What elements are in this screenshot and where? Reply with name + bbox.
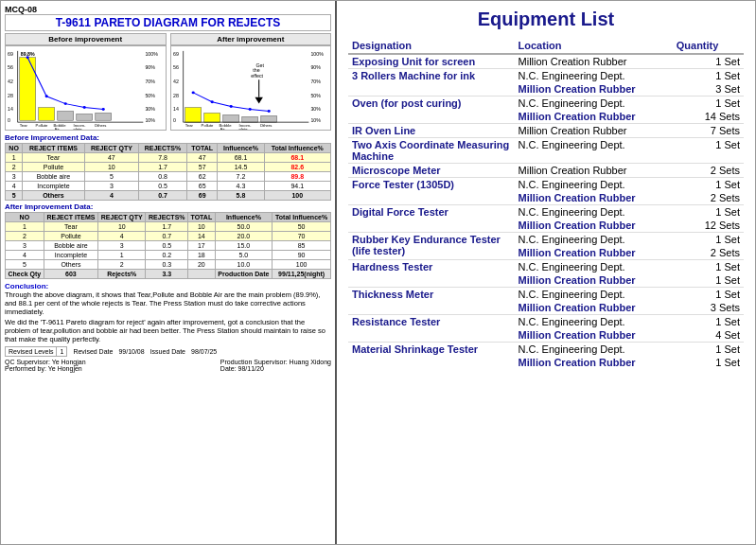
equipment-location: Million Creation Rubber — [515, 82, 673, 97]
equipment-designation: Microscope Meter — [348, 164, 515, 178]
after-table-cell: 70 — [273, 232, 331, 241]
after-table-cell: Others — [44, 260, 97, 270]
equipment-row: Digital Force TesterN.C. Engineering Dep… — [348, 205, 744, 220]
svg-text:plete: plete — [74, 127, 83, 130]
svg-text:10%: 10% — [145, 117, 155, 123]
supervisor-row: QC Supervisor: Ye Hongjan Performed by: … — [5, 359, 331, 372]
equipment-location: Million Creation Rubber — [515, 328, 673, 343]
svg-point-19 — [64, 102, 67, 105]
equipment-designation: Rubber Key Endurance Tester(life tester) — [348, 233, 515, 260]
equipment-designation: Material Shrinkage Tester — [348, 343, 515, 370]
equipment-row: Force Tester (1305D)N.C. Engineering Dep… — [348, 178, 744, 192]
col-rejects-pct: REJECTS% — [139, 144, 187, 153]
col-influence: Influence% — [215, 213, 273, 222]
revised-levels-value: 1 — [57, 347, 67, 357]
equipment-location: N.C. Engineering Dept. — [515, 205, 673, 220]
col-reject-items: REJECT ITEMS — [44, 213, 97, 222]
equipment-location: N.C. Engineering Dept. — [515, 288, 673, 302]
svg-text:Others: Others — [259, 123, 272, 128]
revised-levels-label: Revised Levels — [6, 347, 57, 357]
svg-text:Pollute: Pollute — [36, 123, 49, 128]
svg-point-18 — [45, 95, 48, 97]
before-table-cell: 14.5 — [218, 163, 264, 172]
after-table-cell: 0.2 — [146, 251, 188, 260]
equipment-designation: Exposing Unit for screen — [348, 54, 515, 69]
svg-text:10%: 10% — [310, 117, 321, 123]
equipment-location: N.C. Engineering Dept. — [515, 138, 673, 164]
col-influence: Influence% — [218, 144, 264, 153]
equipment-location: Million Creation Rubber — [515, 246, 673, 260]
equipment-row: Two Axis Coordinate Measuring MachineN.C… — [348, 138, 744, 164]
equipment-quantity: 3 Set — [673, 82, 744, 97]
after-check-cell — [188, 270, 215, 279]
before-table-cell: Tear — [23, 153, 85, 163]
svg-text:0: 0 — [173, 117, 176, 123]
svg-text:69: 69 — [8, 51, 13, 57]
after-data-title: After Improvement Data: — [5, 202, 331, 211]
before-table-cell: 82.6 — [264, 163, 330, 172]
equipment-quantity: 14 Sets — [673, 110, 744, 124]
conclusion-text-2: We did the 'T-9611 Pareto diagram for re… — [5, 318, 331, 343]
svg-text:Air: Air — [55, 127, 61, 130]
svg-text:plete: plete — [238, 127, 248, 130]
before-chart-label: Before improvement — [5, 33, 167, 45]
equipment-row: Rubber Key Endurance Tester(life tester)… — [348, 233, 744, 247]
after-table-cell: 85 — [273, 241, 331, 251]
equipment-quantity: 1 Set — [673, 69, 744, 83]
conclusion-title: Conclusion: — [5, 282, 331, 290]
col-total-influence: Total Influence% — [264, 144, 330, 153]
before-chart-section: Before improvement 69 56 42 28 14 0 100%… — [5, 33, 167, 131]
svg-rect-14 — [58, 111, 74, 120]
equipment-quantity: 2 Sets — [673, 191, 744, 205]
before-table-cell: 3 — [6, 172, 23, 182]
svg-text:70%: 70% — [145, 79, 155, 84]
equipment-quantity: 1 Set — [673, 260, 744, 274]
col-total: TOTAL — [188, 213, 215, 222]
equipment-location: N.C. Engineering Dept. — [515, 233, 673, 247]
col-no: NO — [6, 144, 23, 153]
after-table-cell: 5 — [6, 260, 44, 270]
before-data-table: NO REJECT ITEMS REJECT QTY REJECTS% TOTA… — [5, 143, 331, 201]
equipment-designation: Two Axis Coordinate Measuring Machine — [348, 138, 515, 164]
col-reject-qty: REJECT QTY — [98, 213, 146, 222]
equipment-quantity: 1 Set — [673, 97, 744, 111]
before-table-cell: Bobble aire — [23, 172, 85, 182]
col-total-influence: Total Influence% — [273, 213, 331, 222]
before-table-cell: 3 — [84, 182, 138, 191]
before-table-cell: 5.8 — [218, 191, 264, 201]
svg-text:28: 28 — [8, 93, 13, 98]
before-data-section: Before Improvement Data: NO REJECT ITEMS… — [5, 133, 331, 201]
equipment-quantity: 1 Set — [673, 343, 744, 357]
equipment-quantity: 2 Sets — [673, 246, 744, 260]
svg-rect-51 — [222, 114, 238, 122]
after-table-cell: 90 — [273, 251, 331, 260]
before-table-cell: 68.1 — [218, 153, 264, 163]
after-check-cell: Check Qty — [6, 270, 44, 279]
equipment-location: Million Creation Rubber — [515, 124, 673, 138]
issued-date-label: Issued Date — [150, 348, 185, 355]
mcq-label: MCQ-08 — [5, 5, 37, 14]
revision-table: Revised Levels 1 — [5, 346, 67, 357]
svg-text:Air: Air — [220, 127, 225, 130]
after-chart-label: After improvement — [170, 33, 332, 45]
svg-rect-49 — [185, 108, 201, 123]
svg-text:70%: 70% — [310, 79, 321, 84]
before-table-cell: 0.7 — [139, 191, 187, 201]
svg-point-55 — [210, 100, 213, 103]
equipment-location: N.C. Engineering Dept. — [515, 178, 673, 192]
date-label: Date: 98/11/20 — [220, 365, 331, 372]
svg-text:50%: 50% — [145, 93, 155, 98]
equipment-quantity: 1 Set — [673, 288, 744, 302]
before-table-cell: Pollute — [23, 163, 85, 172]
after-table-cell: 2 — [6, 232, 44, 241]
after-table-cell: 10.0 — [215, 260, 273, 270]
after-table-cell: 10 — [188, 222, 215, 232]
conclusion-section: Conclusion: Through the above diagram, i… — [5, 282, 331, 343]
svg-rect-50 — [203, 113, 220, 122]
equipment-location: Million Creation Rubber — [515, 191, 673, 205]
equipment-quantity: 1 Set — [673, 205, 744, 220]
qc-supervisor: QC Supervisor: Ye Hongjan — [5, 359, 86, 365]
equipment-row: Thickness MeterN.C. Engineering Dept.1 S… — [348, 288, 744, 302]
after-data-section: After Improvement Data: NO REJECT ITEMS … — [5, 202, 331, 279]
equipment-quantity: 1 Set — [673, 356, 744, 369]
